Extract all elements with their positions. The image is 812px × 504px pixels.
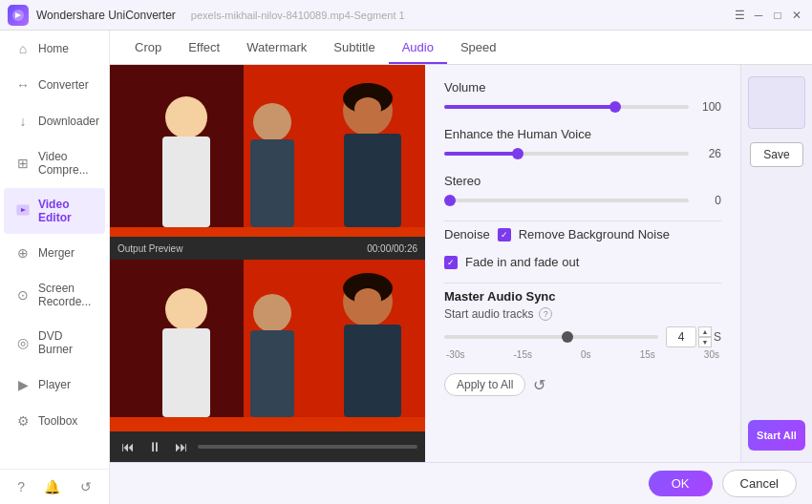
- sidebar-bottom: ? 🔔 ↺: [0, 469, 109, 504]
- sidebar-item-home[interactable]: ⌂ Home: [4, 32, 105, 66]
- info-icon[interactable]: ?: [539, 307, 552, 321]
- tab-subtitle[interactable]: Subtitle: [320, 32, 388, 64]
- stereo-label: Stereo: [444, 174, 721, 188]
- stereo-thumb[interactable]: [444, 195, 456, 206]
- sidebar-item-converter[interactable]: ↔ Converter: [4, 68, 105, 102]
- stereo-slider[interactable]: [444, 199, 689, 202]
- timeline-label-0: 0s: [581, 349, 591, 360]
- player-icon: ▶: [15, 377, 31, 392]
- fade-checkbox[interactable]: ✓: [444, 256, 458, 269]
- timeline-label-p30: 30s: [704, 349, 719, 360]
- volume-slider-row: 100: [444, 100, 721, 114]
- stepper-up[interactable]: ▲: [698, 326, 712, 337]
- home-icon: ⌂: [15, 41, 31, 56]
- sidebar-label-converter: Converter: [38, 78, 89, 92]
- apply-all-button[interactable]: Apply to All: [444, 373, 525, 396]
- enhance-slider[interactable]: [444, 152, 689, 156]
- title-bar: Wondershare UniConverter pexels-mikhail-…: [0, 0, 812, 31]
- start-audio-label: Start audio tracks ?: [444, 307, 721, 321]
- enhance-fill: [444, 152, 518, 156]
- sidebar-label-home: Home: [38, 42, 69, 55]
- svg-rect-19: [250, 330, 294, 417]
- downloader-icon: ↓: [15, 114, 31, 129]
- app-logo: [8, 5, 29, 26]
- fade-label: Fade in and fade out: [465, 255, 579, 269]
- sync-stepper: ▲ ▼: [698, 326, 712, 347]
- reset-button[interactable]: ↺: [533, 376, 545, 394]
- progress-bar[interactable]: [198, 445, 417, 449]
- sync-value-input[interactable]: [666, 326, 696, 347]
- timeline-thumb[interactable]: [562, 331, 573, 343]
- minimize-button[interactable]: ─: [751, 8, 766, 23]
- video-preview-top: [110, 65, 425, 237]
- window-controls: ☰ ─ □ ✕: [732, 8, 804, 23]
- sidebar-item-video-editor[interactable]: Video Editor: [4, 188, 105, 234]
- stepper-down[interactable]: ▼: [698, 337, 712, 347]
- maximize-button[interactable]: □: [770, 8, 785, 23]
- sidebar-label-toolbox: Toolbox: [38, 414, 77, 428]
- help-icon[interactable]: ?: [17, 479, 25, 494]
- pause-button[interactable]: ⏸: [144, 437, 165, 456]
- svg-rect-10: [344, 134, 401, 227]
- action-bar: OK Cancel: [110, 462, 812, 504]
- stereo-row: Stereo 0: [444, 174, 721, 207]
- dialog-container: Crop Effect Watermark Subtitle Audio Spe…: [110, 31, 812, 504]
- sidebar-item-screen-recorder[interactable]: ⊙ Screen Recorde...: [4, 272, 105, 318]
- timeline-label-m15: -15s: [514, 349, 532, 360]
- denoise-label: Denoise: [444, 227, 490, 242]
- denoise-row: Denoise ✓ Remove Background Noise: [444, 227, 721, 242]
- settings-panel: Volume 100 Enhance the Human Voice: [425, 65, 740, 462]
- tab-audio[interactable]: Audio: [389, 32, 447, 64]
- timeline-track[interactable]: [444, 335, 658, 339]
- notification-icon[interactable]: 🔔: [44, 479, 60, 494]
- sidebar-label-dvd: DVD Burner: [38, 329, 94, 356]
- title-bar-left: Wondershare UniConverter pexels-mikhail-…: [8, 5, 405, 26]
- sidebar-item-video-compressor[interactable]: ⊞ Video Compre...: [4, 140, 105, 186]
- skip-back-button[interactable]: ⏮: [118, 437, 139, 456]
- volume-slider[interactable]: [444, 105, 689, 109]
- sidebar: ⌂ Home ↔ Converter ↓ Downloader ⊞ Video …: [0, 31, 110, 504]
- tab-crop[interactable]: Crop: [121, 32, 175, 64]
- toolbox-icon: ⚙: [15, 413, 31, 429]
- sidebar-item-downloader[interactable]: ↓ Downloader: [4, 104, 105, 138]
- svg-rect-8: [250, 139, 294, 227]
- window-title: pexels-mikhail-nilov-8410089.mp4-Segment…: [191, 10, 405, 21]
- recorder-icon: ⊙: [15, 287, 31, 303]
- start-all-button[interactable]: Start All: [748, 420, 805, 451]
- video-frame-bottom: [110, 260, 425, 431]
- compressor-icon: ⊞: [15, 156, 31, 171]
- tab-watermark[interactable]: Watermark: [233, 32, 320, 64]
- tab-speed[interactable]: Speed: [447, 32, 510, 64]
- sidebar-item-player[interactable]: ▶ Player: [4, 368, 105, 402]
- enhance-row: Enhance the Human Voice 26: [444, 127, 721, 160]
- timeline-label-p15: 15s: [640, 349, 655, 360]
- enhance-thumb[interactable]: [512, 148, 524, 159]
- cancel-button[interactable]: Cancel: [722, 470, 797, 497]
- video-preview-bottom: [110, 260, 425, 431]
- volume-row: Volume 100: [444, 80, 721, 114]
- sidebar-label-compressor: Video Compre...: [38, 150, 94, 177]
- skip-forward-button[interactable]: ⏭: [171, 437, 192, 456]
- ok-button[interactable]: OK: [649, 471, 713, 496]
- close-button[interactable]: ✕: [789, 8, 804, 23]
- sidebar-label-merger: Merger: [38, 246, 75, 260]
- remove-bg-checkbox[interactable]: ✓: [498, 228, 511, 242]
- video-frame-top: [110, 65, 425, 237]
- timeline-label-m30: -30s: [446, 349, 464, 360]
- denoise-checkbox-row: Denoise ✓ Remove Background Noise: [444, 227, 721, 242]
- divider-1: [444, 220, 721, 221]
- sidebar-item-toolbox[interactable]: ⚙ Toolbox: [4, 404, 105, 438]
- svg-rect-21: [344, 325, 401, 417]
- sidebar-item-dvd-burner[interactable]: ◎ DVD Burner: [4, 320, 105, 366]
- tab-effect[interactable]: Effect: [175, 32, 233, 64]
- sidebar-label-video-editor: Video Editor: [38, 198, 94, 224]
- svg-point-16: [165, 288, 207, 330]
- menu-button[interactable]: ☰: [732, 8, 747, 23]
- volume-thumb[interactable]: [609, 101, 621, 113]
- refresh-icon[interactable]: ↺: [80, 479, 92, 494]
- sidebar-item-merger[interactable]: ⊕ Merger: [4, 236, 105, 270]
- enhance-label: Enhance the Human Voice: [444, 127, 721, 141]
- dvd-icon: ◎: [15, 335, 31, 350]
- right-panel: Save Start All: [740, 65, 812, 462]
- save-button[interactable]: Save: [750, 142, 803, 167]
